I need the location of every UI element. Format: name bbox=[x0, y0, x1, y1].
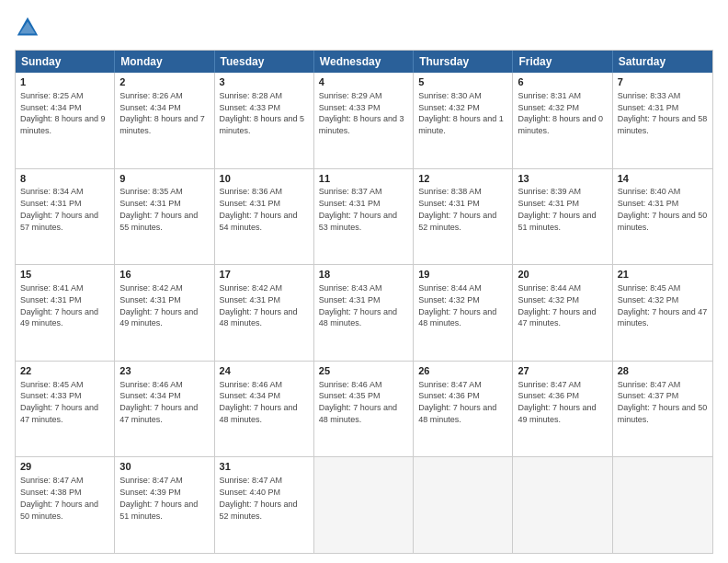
day-number: 7 bbox=[618, 75, 708, 89]
day-number: 1 bbox=[20, 75, 109, 89]
day-number: 13 bbox=[518, 172, 607, 186]
day-info: Sunrise: 8:34 AMSunset: 4:31 PMDaylight:… bbox=[20, 187, 98, 231]
day-number: 24 bbox=[220, 364, 309, 378]
day-cell-9: 9 Sunrise: 8:35 AMSunset: 4:31 PMDayligh… bbox=[115, 169, 214, 265]
day-info: Sunrise: 8:47 AMSunset: 4:40 PMDaylight:… bbox=[220, 476, 298, 520]
week-row-2: 8 Sunrise: 8:34 AMSunset: 4:31 PMDayligh… bbox=[16, 168, 712, 265]
day-cell-6: 6 Sunrise: 8:31 AMSunset: 4:32 PMDayligh… bbox=[513, 73, 612, 168]
day-number: 5 bbox=[418, 75, 507, 89]
day-number: 15 bbox=[20, 268, 109, 282]
day-info: Sunrise: 8:47 AMSunset: 4:36 PMDaylight:… bbox=[418, 380, 496, 424]
week-row-4: 22 Sunrise: 8:45 AMSunset: 4:33 PMDaylig… bbox=[16, 361, 712, 457]
day-cell-7: 7 Sunrise: 8:33 AMSunset: 4:31 PMDayligh… bbox=[613, 73, 712, 168]
day-info: Sunrise: 8:47 AMSunset: 4:36 PMDaylight:… bbox=[518, 380, 596, 424]
header-day-friday: Friday bbox=[513, 51, 612, 73]
day-info: Sunrise: 8:42 AMSunset: 4:31 PMDaylight:… bbox=[220, 283, 298, 327]
day-number: 19 bbox=[418, 268, 507, 282]
day-info: Sunrise: 8:47 AMSunset: 4:38 PMDaylight:… bbox=[20, 476, 98, 520]
day-info: Sunrise: 8:46 AMSunset: 4:35 PMDaylight:… bbox=[319, 380, 397, 424]
empty-cell bbox=[314, 457, 414, 553]
day-cell-12: 12 Sunrise: 8:38 AMSunset: 4:31 PMDaylig… bbox=[414, 169, 513, 265]
day-number: 8 bbox=[20, 172, 109, 186]
day-cell-27: 27 Sunrise: 8:47 AMSunset: 4:36 PMDaylig… bbox=[513, 362, 612, 457]
day-number: 25 bbox=[319, 364, 408, 378]
day-info: Sunrise: 8:25 AMSunset: 4:34 PMDaylight:… bbox=[20, 91, 106, 135]
calendar-grid: SundayMondayTuesdayWednesdayThursdayFrid… bbox=[15, 50, 713, 554]
calendar-header: SundayMondayTuesdayWednesdayThursdayFrid… bbox=[16, 51, 712, 73]
day-info: Sunrise: 8:46 AMSunset: 4:34 PMDaylight:… bbox=[220, 380, 298, 424]
day-cell-18: 18 Sunrise: 8:43 AMSunset: 4:31 PMDaylig… bbox=[314, 265, 414, 361]
day-number: 27 bbox=[518, 364, 607, 378]
day-info: Sunrise: 8:31 AMSunset: 4:32 PMDaylight:… bbox=[518, 91, 603, 135]
day-number: 22 bbox=[20, 364, 109, 378]
day-info: Sunrise: 8:42 AMSunset: 4:31 PMDaylight:… bbox=[119, 283, 198, 327]
day-cell-14: 14 Sunrise: 8:40 AMSunset: 4:31 PMDaylig… bbox=[613, 169, 712, 265]
day-number: 6 bbox=[518, 75, 607, 89]
day-info: Sunrise: 8:44 AMSunset: 4:32 PMDaylight:… bbox=[418, 283, 496, 327]
day-number: 23 bbox=[119, 364, 209, 378]
header-day-tuesday: Tuesday bbox=[215, 51, 314, 73]
day-info: Sunrise: 8:28 AMSunset: 4:33 PMDaylight:… bbox=[220, 91, 305, 135]
empty-cell bbox=[414, 457, 513, 553]
header-day-monday: Monday bbox=[115, 51, 214, 73]
day-cell-4: 4 Sunrise: 8:29 AMSunset: 4:33 PMDayligh… bbox=[314, 73, 414, 168]
day-number: 11 bbox=[319, 172, 408, 186]
day-cell-22: 22 Sunrise: 8:45 AMSunset: 4:33 PMDaylig… bbox=[16, 362, 115, 457]
logo-icon bbox=[15, 15, 40, 40]
day-number: 9 bbox=[119, 172, 209, 186]
day-info: Sunrise: 8:45 AMSunset: 4:32 PMDaylight:… bbox=[618, 283, 708, 327]
day-cell-23: 23 Sunrise: 8:46 AMSunset: 4:34 PMDaylig… bbox=[115, 362, 214, 457]
day-number: 17 bbox=[220, 268, 309, 282]
week-row-1: 1 Sunrise: 8:25 AMSunset: 4:34 PMDayligh… bbox=[16, 73, 712, 168]
day-cell-5: 5 Sunrise: 8:30 AMSunset: 4:32 PMDayligh… bbox=[414, 73, 513, 168]
day-info: Sunrise: 8:38 AMSunset: 4:31 PMDaylight:… bbox=[418, 187, 496, 231]
page-header bbox=[15, 15, 713, 40]
day-cell-29: 29 Sunrise: 8:47 AMSunset: 4:38 PMDaylig… bbox=[16, 457, 115, 553]
day-info: Sunrise: 8:33 AMSunset: 4:31 PMDaylight:… bbox=[618, 91, 708, 135]
day-cell-26: 26 Sunrise: 8:47 AMSunset: 4:36 PMDaylig… bbox=[414, 362, 513, 457]
logo bbox=[15, 15, 44, 40]
header-day-wednesday: Wednesday bbox=[314, 51, 414, 73]
day-cell-25: 25 Sunrise: 8:46 AMSunset: 4:35 PMDaylig… bbox=[314, 362, 414, 457]
day-cell-10: 10 Sunrise: 8:36 AMSunset: 4:31 PMDaylig… bbox=[215, 169, 314, 265]
day-cell-8: 8 Sunrise: 8:34 AMSunset: 4:31 PMDayligh… bbox=[16, 169, 115, 265]
day-cell-13: 13 Sunrise: 8:39 AMSunset: 4:31 PMDaylig… bbox=[513, 169, 612, 265]
day-info: Sunrise: 8:39 AMSunset: 4:31 PMDaylight:… bbox=[518, 187, 596, 231]
calendar-body: 1 Sunrise: 8:25 AMSunset: 4:34 PMDayligh… bbox=[16, 73, 712, 553]
day-cell-16: 16 Sunrise: 8:42 AMSunset: 4:31 PMDaylig… bbox=[115, 265, 214, 361]
day-number: 18 bbox=[319, 268, 408, 282]
header-day-saturday: Saturday bbox=[613, 51, 712, 73]
day-info: Sunrise: 8:35 AMSunset: 4:31 PMDaylight:… bbox=[119, 187, 198, 231]
day-number: 16 bbox=[119, 268, 209, 282]
day-number: 14 bbox=[618, 172, 708, 186]
day-cell-30: 30 Sunrise: 8:47 AMSunset: 4:39 PMDaylig… bbox=[115, 457, 214, 553]
empty-cell bbox=[613, 457, 712, 553]
day-number: 12 bbox=[418, 172, 507, 186]
day-cell-20: 20 Sunrise: 8:44 AMSunset: 4:32 PMDaylig… bbox=[513, 265, 612, 361]
header-day-sunday: Sunday bbox=[16, 51, 115, 73]
day-number: 20 bbox=[518, 268, 607, 282]
day-number: 10 bbox=[220, 172, 309, 186]
day-cell-21: 21 Sunrise: 8:45 AMSunset: 4:32 PMDaylig… bbox=[613, 265, 712, 361]
day-cell-1: 1 Sunrise: 8:25 AMSunset: 4:34 PMDayligh… bbox=[16, 73, 115, 168]
day-info: Sunrise: 8:36 AMSunset: 4:31 PMDaylight:… bbox=[220, 187, 298, 231]
day-info: Sunrise: 8:30 AMSunset: 4:32 PMDaylight:… bbox=[418, 91, 504, 135]
day-info: Sunrise: 8:43 AMSunset: 4:31 PMDaylight:… bbox=[319, 283, 397, 327]
day-cell-15: 15 Sunrise: 8:41 AMSunset: 4:31 PMDaylig… bbox=[16, 265, 115, 361]
day-number: 29 bbox=[20, 460, 109, 474]
day-info: Sunrise: 8:44 AMSunset: 4:32 PMDaylight:… bbox=[518, 283, 596, 327]
day-number: 31 bbox=[220, 460, 309, 474]
day-info: Sunrise: 8:46 AMSunset: 4:34 PMDaylight:… bbox=[119, 380, 198, 424]
day-info: Sunrise: 8:47 AMSunset: 4:37 PMDaylight:… bbox=[618, 380, 708, 424]
calendar-page: SundayMondayTuesdayWednesdayThursdayFrid… bbox=[0, 0, 728, 563]
day-number: 4 bbox=[319, 75, 408, 89]
day-info: Sunrise: 8:37 AMSunset: 4:31 PMDaylight:… bbox=[319, 187, 397, 231]
day-cell-24: 24 Sunrise: 8:46 AMSunset: 4:34 PMDaylig… bbox=[215, 362, 314, 457]
day-info: Sunrise: 8:40 AMSunset: 4:31 PMDaylight:… bbox=[618, 187, 708, 231]
empty-cell bbox=[513, 457, 612, 553]
week-row-5: 29 Sunrise: 8:47 AMSunset: 4:38 PMDaylig… bbox=[16, 456, 712, 553]
day-info: Sunrise: 8:41 AMSunset: 4:31 PMDaylight:… bbox=[20, 283, 98, 327]
day-number: 3 bbox=[220, 75, 309, 89]
day-number: 21 bbox=[618, 268, 708, 282]
day-info: Sunrise: 8:45 AMSunset: 4:33 PMDaylight:… bbox=[20, 380, 98, 424]
